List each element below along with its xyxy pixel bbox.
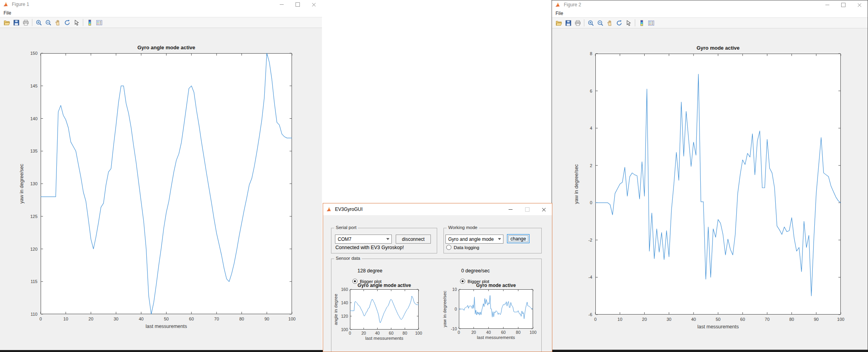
x-tick-label: 80 [402, 331, 407, 335]
y-tick-label: 6 [590, 89, 592, 93]
rotate-3d-icon[interactable] [614, 18, 624, 28]
zoom-out-icon[interactable] [43, 18, 53, 27]
working-mode-value: Gyro and angle mode [446, 237, 496, 242]
menu-file[interactable]: File [0, 10, 15, 16]
x-tick-label: 10 [617, 317, 622, 322]
save-icon[interactable] [563, 18, 573, 28]
colorbar-icon[interactable] [637, 18, 646, 28]
figure-toolbar [0, 17, 322, 28]
y-axis-label: yaw in degree/sec [574, 164, 579, 204]
maximize-button[interactable] [290, 0, 306, 9]
x-tick-label: 70 [214, 317, 219, 321]
legend-icon[interactable] [646, 18, 656, 28]
close-icon [312, 2, 316, 7]
pan-icon[interactable] [53, 18, 62, 27]
change-button[interactable]: change [507, 234, 529, 243]
x-tick-label: 0 [594, 317, 597, 322]
x-axis-label: last messurements [459, 335, 533, 340]
y-tick-label: 130 [30, 181, 37, 186]
y-tick-label: 2 [590, 163, 592, 168]
y-tick-label: -2 [588, 238, 592, 242]
serial-port-select[interactable]: COM7 [335, 235, 392, 244]
pan-icon[interactable] [605, 18, 614, 28]
data-cursor-icon[interactable] [624, 18, 633, 28]
x-axis-label: last messurements [41, 324, 292, 329]
matlab-icon [555, 2, 561, 8]
figure2-plot: Gyro mode activelast messurementsyaw in … [595, 54, 841, 315]
toolbar-separator [83, 19, 83, 26]
x-tick-label: 60 [189, 317, 194, 321]
y-axis-label: yaw in degree/sec [19, 164, 24, 204]
plot-canvas [41, 53, 292, 314]
y-tick-label: 140 [30, 116, 37, 121]
open-icon[interactable] [554, 18, 563, 28]
close-button[interactable] [535, 203, 552, 215]
x-tick-label: 60 [740, 317, 745, 322]
y-tick-label: 0 [590, 200, 592, 205]
chevron-down-icon [384, 238, 391, 240]
print-icon[interactable] [21, 18, 30, 27]
x-tick-label: 60 [501, 330, 506, 335]
zoom-in-icon[interactable] [586, 18, 595, 28]
print-icon[interactable] [573, 18, 582, 28]
y-tick-label: 145 [30, 84, 37, 88]
close-icon [542, 207, 546, 212]
maximize-icon [525, 207, 529, 212]
figure1-titlebar: Figure 1 [0, 0, 322, 9]
x-tick-label: 0 [39, 317, 42, 321]
plot-canvas [459, 289, 533, 329]
disconnect-button[interactable]: disconnect [396, 235, 431, 244]
y-tick-label: 120 [341, 314, 348, 318]
x-axis-label: last messurements [350, 336, 419, 341]
maximize-icon [841, 3, 846, 7]
x-tick-label: 100 [415, 331, 422, 335]
x-tick-label: 40 [139, 317, 144, 321]
figure1-window: Figure 1 File Gyro angle mode activelast… [0, 0, 322, 350]
y-tick-label: 8 [590, 51, 592, 56]
x-tick-label: 20 [88, 317, 93, 321]
menu-bar: File [552, 9, 868, 17]
figure2-titlebar: Figure 2 [552, 0, 868, 9]
y-tick-label: 150 [30, 51, 37, 56]
legend-icon[interactable] [94, 18, 104, 27]
x-tick-label: 40 [691, 317, 696, 322]
rotate-3d-icon[interactable] [62, 18, 72, 27]
x-tick-label: 50 [164, 317, 168, 321]
working-mode-group-label: Working mode [447, 225, 479, 230]
zoom-in-icon[interactable] [34, 18, 43, 27]
rate-reading: 0 degree/sec [461, 268, 490, 274]
data-cursor-icon[interactable] [72, 18, 81, 27]
x-tick-label: 30 [114, 317, 118, 321]
x-tick-label: 20 [642, 317, 647, 322]
x-tick-label: 40 [375, 331, 380, 335]
chevron-down-icon [496, 238, 503, 240]
menu-bar: File [0, 9, 322, 17]
maximize-button[interactable] [835, 0, 851, 9]
close-button[interactable] [306, 0, 322, 9]
minimize-button[interactable] [819, 0, 835, 9]
save-icon[interactable] [11, 18, 21, 27]
x-tick-label: 100 [837, 317, 844, 322]
x-tick-label: 10 [64, 317, 68, 321]
working-mode-select[interactable]: Gyro and angle mode [445, 235, 503, 244]
figure-toolbar [552, 17, 868, 28]
serial-port-value: COM7 [335, 237, 384, 242]
window-title: Figure 2 [564, 2, 581, 7]
open-icon[interactable] [2, 18, 11, 27]
minimize-button[interactable] [502, 203, 519, 215]
colorbar-icon[interactable] [85, 18, 94, 27]
matlab-icon [3, 2, 9, 7]
data-logging-label: Data logging [454, 245, 479, 250]
minimize-icon [825, 5, 829, 5]
zoom-out-icon[interactable] [595, 18, 605, 28]
toolbar-separator [584, 19, 584, 26]
minimize-button[interactable] [273, 0, 290, 9]
x-tick-label: 20 [471, 330, 476, 335]
y-tick-label: 0 [455, 307, 457, 311]
x-axis-label: last messurements [595, 324, 841, 330]
close-button[interactable] [851, 0, 868, 9]
y-tick-label: 10 [452, 287, 457, 292]
data-logging-radio[interactable] [446, 245, 451, 250]
x-tick-label: 0 [458, 330, 460, 335]
menu-file[interactable]: File [552, 11, 567, 16]
